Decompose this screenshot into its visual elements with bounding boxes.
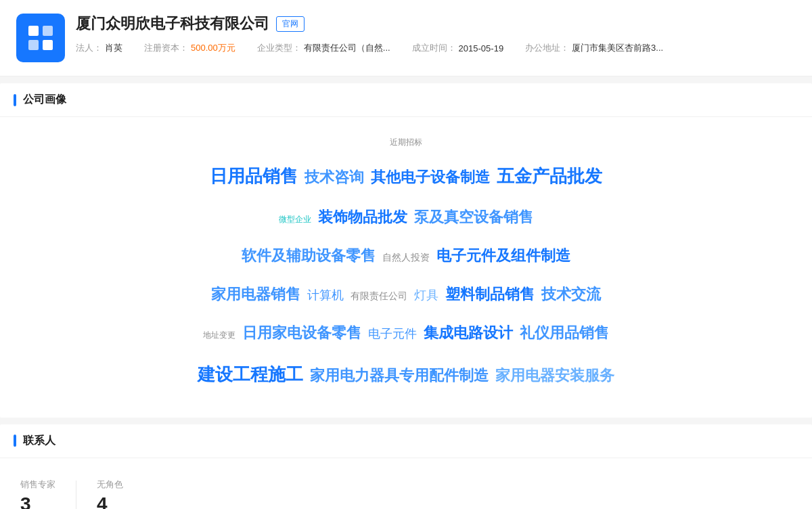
tag-item[interactable]: 礼仪用品销售 <box>520 315 609 351</box>
tag-item[interactable]: 灯具 <box>414 281 438 310</box>
company-name: 厦门众明欣电子科技有限公司 <box>76 14 269 34</box>
tag-item[interactable]: 技术交流 <box>541 277 601 313</box>
tag-item[interactable]: 家用电力器具专用配件制造 <box>310 358 489 394</box>
contacts-section: 联系人 销售专家3无角色4 <box>0 424 812 509</box>
tag-item[interactable]: 家用电器安装服务 <box>495 358 614 394</box>
section-bar-contacts <box>14 435 16 447</box>
contacts-stats-row: 销售专家3无角色4 <box>20 472 792 509</box>
tag-item[interactable]: 家用电器销售 <box>211 277 300 313</box>
tag-item[interactable]: 电子元件 <box>368 319 417 349</box>
company-name-row: 厦门众明欣电子科技有限公司 官网 <box>76 14 796 34</box>
tag-item[interactable]: 近期招标 <box>390 133 422 152</box>
tag-item[interactable]: 有限责任公司 <box>351 285 407 308</box>
legal-person-item: 法人： 肖英 <box>76 42 122 54</box>
company-portrait-header: 公司画像 <box>0 83 812 117</box>
svg-rect-2 <box>28 40 39 50</box>
tag-item[interactable]: 装饰物品批发 <box>318 200 407 236</box>
contact-stat-label: 无角色 <box>97 479 123 491</box>
contact-stat-label: 销售专家 <box>20 479 55 491</box>
office-address-item: 办公地址： 厦门市集美区杏前路3... <box>525 42 663 54</box>
svg-rect-1 <box>43 26 53 36</box>
registered-capital-label: 注册资本： <box>144 42 188 54</box>
section-bar <box>14 94 16 106</box>
tag-item[interactable]: 日用品销售 <box>210 155 298 197</box>
contacts-title: 联系人 <box>23 434 55 448</box>
svg-rect-3 <box>43 40 53 50</box>
company-meta: 法人： 肖英 注册资本： 500.00万元 企业类型： 有限责任公司（自然...… <box>76 42 796 54</box>
stat-divider <box>76 481 76 509</box>
logo-icon <box>24 22 57 54</box>
tag-item[interactable]: 地址变更 <box>203 326 235 345</box>
tag-item[interactable]: 日用家电设备零售 <box>242 315 361 351</box>
contact-stat-item: 销售专家3 <box>20 472 76 509</box>
tag-item[interactable]: 塑料制品销售 <box>445 277 535 313</box>
legal-person-value: 肖英 <box>105 42 122 54</box>
company-type-value: 有限责任公司（自然... <box>304 42 390 54</box>
tag-item[interactable]: 集成电路设计 <box>424 315 513 351</box>
company-info: 厦门众明欣电子科技有限公司 官网 法人： 肖英 注册资本： 500.00万元 企… <box>76 14 796 54</box>
tag-item[interactable]: 电子元件及组件制造 <box>436 238 570 274</box>
tag-line: 近期招标 <box>27 131 785 154</box>
contact-stat-value: 3 <box>20 493 55 509</box>
contacts-header: 联系人 <box>0 424 812 458</box>
registered-capital-value: 500.00万元 <box>191 42 235 54</box>
tag-line: 微型企业装饰物品批发泵及真空设备销售 <box>27 198 785 237</box>
tag-item[interactable]: 计算机 <box>307 281 344 310</box>
tag-cloud: 近期招标日用品销售技术咨询其他电子设备制造五金产品批发微型企业装饰物品批发泵及真… <box>0 117 812 418</box>
tag-item[interactable]: 建设工程施工 <box>198 353 303 395</box>
office-address-label: 办公地址： <box>525 42 569 54</box>
company-portrait-section: 公司画像 近期招标日用品销售技术咨询其他电子设备制造五金产品批发微型企业装饰物品… <box>0 83 812 418</box>
company-type-label: 企业类型： <box>257 42 301 54</box>
tag-item[interactable]: 技术咨询 <box>304 160 364 196</box>
tag-line: 日用品销售技术咨询其他电子设备制造五金产品批发 <box>27 154 785 198</box>
tag-item[interactable]: 自然人投资 <box>382 246 430 269</box>
founded-date-label: 成立时间： <box>412 42 456 54</box>
company-logo <box>16 14 65 62</box>
legal-person-label: 法人： <box>76 42 102 54</box>
company-portrait-title: 公司画像 <box>23 93 66 107</box>
company-header-card: 厦门众明欣电子科技有限公司 官网 法人： 肖英 注册资本： 500.00万元 企… <box>0 0 812 76</box>
office-address-value: 厦门市集美区杏前路3... <box>572 42 663 54</box>
contacts-body: 销售专家3无角色4 <box>0 458 812 509</box>
tag-line: 建设工程施工家用电力器具专用配件制造家用电器安装服务 <box>27 352 785 397</box>
founded-date-value: 2015-05-19 <box>459 43 504 53</box>
tag-line: 地址变更日用家电设备零售电子元件集成电路设计礼仪用品销售 <box>27 314 785 353</box>
tag-item[interactable]: 泵及真空设备销售 <box>414 200 533 236</box>
page-container: 厦门众明欣电子科技有限公司 官网 法人： 肖英 注册资本： 500.00万元 企… <box>0 0 812 509</box>
registered-capital-item: 注册资本： 500.00万元 <box>144 42 235 54</box>
company-type-item: 企业类型： 有限责任公司（自然... <box>257 42 390 54</box>
tag-line: 家用电器销售计算机有限责任公司灯具塑料制品销售技术交流 <box>27 275 785 314</box>
tag-item[interactable]: 五金产品批发 <box>497 155 602 197</box>
contact-stat-item: 无角色4 <box>97 472 143 509</box>
tag-item[interactable]: 软件及辅助设备零售 <box>242 238 376 274</box>
tag-item[interactable]: 微型企业 <box>279 210 311 229</box>
svg-rect-0 <box>28 26 39 36</box>
tag-line: 软件及辅助设备零售自然人投资电子元件及组件制造 <box>27 237 785 275</box>
official-site-badge[interactable]: 官网 <box>276 16 304 32</box>
contact-stat-value: 4 <box>97 493 123 509</box>
tag-item[interactable]: 其他电子设备制造 <box>371 160 490 196</box>
founded-date-item: 成立时间： 2015-05-19 <box>412 42 504 54</box>
